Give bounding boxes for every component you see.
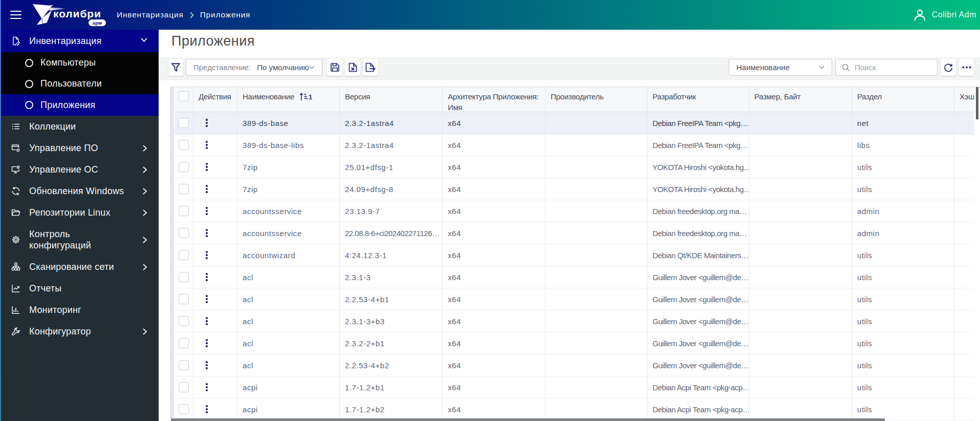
svg-text:1: 1 xyxy=(309,93,312,101)
